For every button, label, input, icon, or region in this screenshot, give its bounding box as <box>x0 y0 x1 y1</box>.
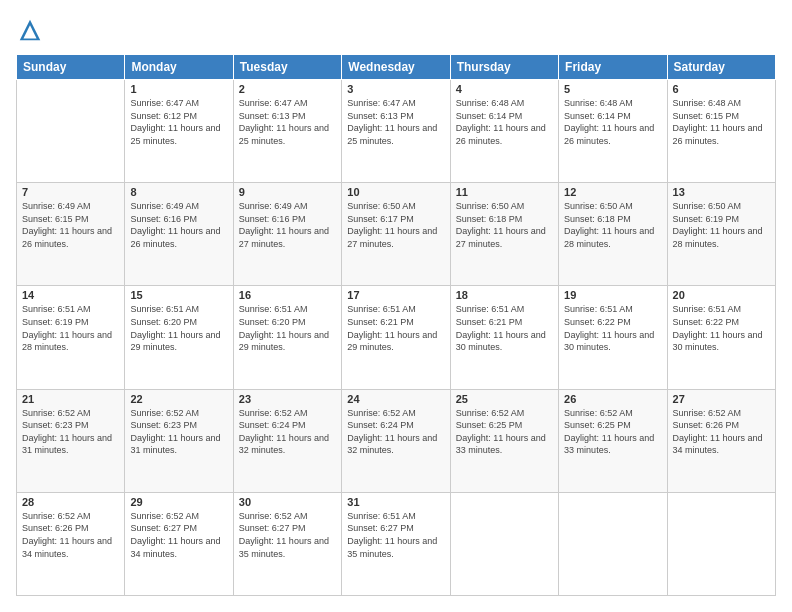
day-number: 1 <box>130 83 227 95</box>
calendar-cell: 7Sunrise: 6:49 AMSunset: 6:15 PMDaylight… <box>17 183 125 286</box>
day-number: 29 <box>130 496 227 508</box>
logo-icon <box>16 16 44 44</box>
calendar-cell: 19Sunrise: 6:51 AMSunset: 6:22 PMDayligh… <box>559 286 667 389</box>
day-number: 4 <box>456 83 553 95</box>
weekday-header-row: SundayMondayTuesdayWednesdayThursdayFrid… <box>17 55 776 80</box>
weekday-header-friday: Friday <box>559 55 667 80</box>
calendar-cell: 6Sunrise: 6:48 AMSunset: 6:15 PMDaylight… <box>667 80 775 183</box>
day-info: Sunrise: 6:50 AMSunset: 6:17 PMDaylight:… <box>347 200 444 250</box>
calendar-cell: 9Sunrise: 6:49 AMSunset: 6:16 PMDaylight… <box>233 183 341 286</box>
day-info: Sunrise: 6:47 AMSunset: 6:13 PMDaylight:… <box>347 97 444 147</box>
day-info: Sunrise: 6:50 AMSunset: 6:19 PMDaylight:… <box>673 200 770 250</box>
day-info: Sunrise: 6:50 AMSunset: 6:18 PMDaylight:… <box>564 200 661 250</box>
calendar-cell: 20Sunrise: 6:51 AMSunset: 6:22 PMDayligh… <box>667 286 775 389</box>
day-number: 13 <box>673 186 770 198</box>
day-number: 15 <box>130 289 227 301</box>
day-info: Sunrise: 6:52 AMSunset: 6:27 PMDaylight:… <box>239 510 336 560</box>
calendar-cell: 11Sunrise: 6:50 AMSunset: 6:18 PMDayligh… <box>450 183 558 286</box>
day-number: 26 <box>564 393 661 405</box>
week-row-0: 1Sunrise: 6:47 AMSunset: 6:12 PMDaylight… <box>17 80 776 183</box>
day-number: 8 <box>130 186 227 198</box>
calendar-cell: 25Sunrise: 6:52 AMSunset: 6:25 PMDayligh… <box>450 389 558 492</box>
day-number: 25 <box>456 393 553 405</box>
day-number: 19 <box>564 289 661 301</box>
day-info: Sunrise: 6:51 AMSunset: 6:21 PMDaylight:… <box>347 303 444 353</box>
calendar-cell: 29Sunrise: 6:52 AMSunset: 6:27 PMDayligh… <box>125 492 233 595</box>
calendar-cell: 5Sunrise: 6:48 AMSunset: 6:14 PMDaylight… <box>559 80 667 183</box>
day-info: Sunrise: 6:51 AMSunset: 6:20 PMDaylight:… <box>239 303 336 353</box>
calendar-cell: 18Sunrise: 6:51 AMSunset: 6:21 PMDayligh… <box>450 286 558 389</box>
calendar-cell <box>450 492 558 595</box>
day-info: Sunrise: 6:52 AMSunset: 6:26 PMDaylight:… <box>22 510 119 560</box>
week-row-1: 7Sunrise: 6:49 AMSunset: 6:15 PMDaylight… <box>17 183 776 286</box>
day-number: 22 <box>130 393 227 405</box>
day-info: Sunrise: 6:52 AMSunset: 6:23 PMDaylight:… <box>130 407 227 457</box>
calendar-cell <box>17 80 125 183</box>
calendar-cell: 2Sunrise: 6:47 AMSunset: 6:13 PMDaylight… <box>233 80 341 183</box>
calendar-cell: 14Sunrise: 6:51 AMSunset: 6:19 PMDayligh… <box>17 286 125 389</box>
header <box>16 16 776 44</box>
day-number: 30 <box>239 496 336 508</box>
calendar-table: SundayMondayTuesdayWednesdayThursdayFrid… <box>16 54 776 596</box>
day-info: Sunrise: 6:48 AMSunset: 6:14 PMDaylight:… <box>456 97 553 147</box>
day-number: 11 <box>456 186 553 198</box>
calendar-cell: 4Sunrise: 6:48 AMSunset: 6:14 PMDaylight… <box>450 80 558 183</box>
calendar-cell: 24Sunrise: 6:52 AMSunset: 6:24 PMDayligh… <box>342 389 450 492</box>
day-number: 12 <box>564 186 661 198</box>
day-number: 20 <box>673 289 770 301</box>
day-info: Sunrise: 6:51 AMSunset: 6:20 PMDaylight:… <box>130 303 227 353</box>
calendar-cell: 1Sunrise: 6:47 AMSunset: 6:12 PMDaylight… <box>125 80 233 183</box>
calendar-cell <box>559 492 667 595</box>
calendar-cell: 23Sunrise: 6:52 AMSunset: 6:24 PMDayligh… <box>233 389 341 492</box>
calendar-cell: 26Sunrise: 6:52 AMSunset: 6:25 PMDayligh… <box>559 389 667 492</box>
weekday-header-thursday: Thursday <box>450 55 558 80</box>
day-info: Sunrise: 6:49 AMSunset: 6:16 PMDaylight:… <box>130 200 227 250</box>
day-info: Sunrise: 6:48 AMSunset: 6:15 PMDaylight:… <box>673 97 770 147</box>
calendar-cell: 15Sunrise: 6:51 AMSunset: 6:20 PMDayligh… <box>125 286 233 389</box>
weekday-header-monday: Monday <box>125 55 233 80</box>
day-info: Sunrise: 6:51 AMSunset: 6:21 PMDaylight:… <box>456 303 553 353</box>
day-number: 10 <box>347 186 444 198</box>
weekday-header-saturday: Saturday <box>667 55 775 80</box>
day-info: Sunrise: 6:52 AMSunset: 6:26 PMDaylight:… <box>673 407 770 457</box>
day-info: Sunrise: 6:52 AMSunset: 6:24 PMDaylight:… <box>239 407 336 457</box>
day-number: 9 <box>239 186 336 198</box>
day-number: 27 <box>673 393 770 405</box>
day-info: Sunrise: 6:52 AMSunset: 6:25 PMDaylight:… <box>564 407 661 457</box>
day-info: Sunrise: 6:52 AMSunset: 6:27 PMDaylight:… <box>130 510 227 560</box>
day-info: Sunrise: 6:48 AMSunset: 6:14 PMDaylight:… <box>564 97 661 147</box>
day-number: 21 <box>22 393 119 405</box>
page: SundayMondayTuesdayWednesdayThursdayFrid… <box>0 0 792 612</box>
week-row-3: 21Sunrise: 6:52 AMSunset: 6:23 PMDayligh… <box>17 389 776 492</box>
day-number: 18 <box>456 289 553 301</box>
weekday-header-tuesday: Tuesday <box>233 55 341 80</box>
day-number: 17 <box>347 289 444 301</box>
day-number: 31 <box>347 496 444 508</box>
calendar-cell: 8Sunrise: 6:49 AMSunset: 6:16 PMDaylight… <box>125 183 233 286</box>
calendar-cell: 28Sunrise: 6:52 AMSunset: 6:26 PMDayligh… <box>17 492 125 595</box>
calendar-cell: 21Sunrise: 6:52 AMSunset: 6:23 PMDayligh… <box>17 389 125 492</box>
calendar-cell: 12Sunrise: 6:50 AMSunset: 6:18 PMDayligh… <box>559 183 667 286</box>
calendar-cell: 22Sunrise: 6:52 AMSunset: 6:23 PMDayligh… <box>125 389 233 492</box>
week-row-2: 14Sunrise: 6:51 AMSunset: 6:19 PMDayligh… <box>17 286 776 389</box>
day-info: Sunrise: 6:52 AMSunset: 6:25 PMDaylight:… <box>456 407 553 457</box>
day-info: Sunrise: 6:47 AMSunset: 6:12 PMDaylight:… <box>130 97 227 147</box>
day-info: Sunrise: 6:47 AMSunset: 6:13 PMDaylight:… <box>239 97 336 147</box>
calendar-cell: 31Sunrise: 6:51 AMSunset: 6:27 PMDayligh… <box>342 492 450 595</box>
day-number: 2 <box>239 83 336 95</box>
day-number: 14 <box>22 289 119 301</box>
day-info: Sunrise: 6:51 AMSunset: 6:22 PMDaylight:… <box>673 303 770 353</box>
day-info: Sunrise: 6:51 AMSunset: 6:19 PMDaylight:… <box>22 303 119 353</box>
weekday-header-sunday: Sunday <box>17 55 125 80</box>
calendar-cell: 10Sunrise: 6:50 AMSunset: 6:17 PMDayligh… <box>342 183 450 286</box>
calendar-cell: 27Sunrise: 6:52 AMSunset: 6:26 PMDayligh… <box>667 389 775 492</box>
week-row-4: 28Sunrise: 6:52 AMSunset: 6:26 PMDayligh… <box>17 492 776 595</box>
weekday-header-wednesday: Wednesday <box>342 55 450 80</box>
day-info: Sunrise: 6:50 AMSunset: 6:18 PMDaylight:… <box>456 200 553 250</box>
day-number: 5 <box>564 83 661 95</box>
day-info: Sunrise: 6:51 AMSunset: 6:22 PMDaylight:… <box>564 303 661 353</box>
day-info: Sunrise: 6:51 AMSunset: 6:27 PMDaylight:… <box>347 510 444 560</box>
calendar-cell <box>667 492 775 595</box>
day-info: Sunrise: 6:49 AMSunset: 6:16 PMDaylight:… <box>239 200 336 250</box>
day-info: Sunrise: 6:49 AMSunset: 6:15 PMDaylight:… <box>22 200 119 250</box>
